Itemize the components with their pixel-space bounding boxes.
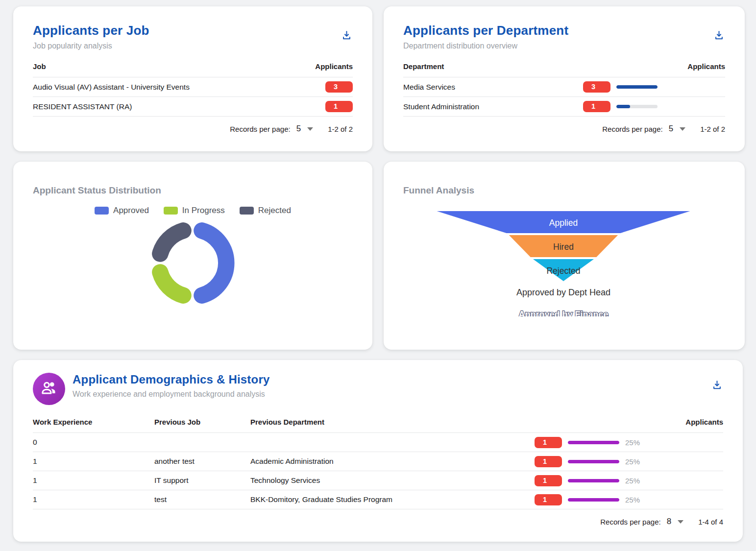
download-button[interactable]	[710, 380, 723, 392]
applicant-count-badge: 1	[535, 475, 562, 486]
departments-table-header: Department Applicants	[403, 62, 725, 77]
table-row: 1 another test Academic Administration 1…	[33, 452, 723, 471]
legend-swatch	[164, 207, 178, 215]
applicant-count-badge: 3	[583, 81, 610, 93]
previous-job-value: another test	[154, 457, 250, 466]
chart-title: Applicant Status Distribution	[33, 185, 161, 196]
applicant-count-badge: 1	[535, 456, 562, 467]
funnel-chart[interactable]: AppliedHiredRejectedApproved by Dept Hea…	[426, 211, 701, 316]
funnel-label-approved-by-finance: Approved by Finance	[518, 310, 608, 316]
funnel-label: Hired	[553, 242, 574, 252]
applicant-count-badge: 1	[535, 437, 562, 448]
applicants-bar	[568, 498, 619, 502]
legend-item-approved[interactable]: Approved	[95, 206, 149, 216]
applicant-count-badge: 1	[325, 101, 353, 112]
card-applicants-per-department: Applicants per Department Department dis…	[384, 6, 745, 151]
column-header-previous-department: Previous Department	[250, 418, 535, 426]
records-per-page-select[interactable]: 8	[661, 517, 683, 527]
department-name: Media Services	[403, 83, 583, 92]
applicant-count-badge: 1	[535, 494, 562, 505]
percentage-label: 25%	[625, 477, 649, 485]
percentage-label: 25%	[625, 496, 649, 504]
department-name: Student Administration	[403, 102, 583, 111]
download-icon	[341, 35, 352, 43]
applicants-bar	[568, 460, 619, 463]
previous-job-value: test	[154, 495, 250, 504]
card-subtitle: Job popularity analysis	[33, 42, 340, 50]
funnel-label: Rejected	[546, 266, 580, 276]
people-icon	[40, 379, 58, 399]
status-donut-chart[interactable]	[147, 217, 238, 309]
donut-segment-rejected[interactable]	[160, 231, 183, 254]
previous-department-value: Academic Administration	[250, 457, 535, 466]
jobs-table-header: Job Applicants	[33, 62, 353, 77]
table-row: 1 IT support Technology Services 1 25%	[33, 471, 723, 490]
donut-legend: ApprovedIn ProgressRejected	[13, 206, 372, 216]
job-name: RESIDENT ASSISTANT (RA)	[33, 102, 325, 111]
legend-label: Rejected	[258, 206, 291, 216]
card-subtitle: Department distribution overview	[403, 42, 712, 50]
records-per-page-select[interactable]: 5	[663, 124, 685, 134]
previous-department-value: BKK-Domitory, Graduate Studies Program	[250, 495, 535, 504]
pagination-range: 1-2 of 2	[700, 125, 725, 133]
chevron-down-icon	[678, 520, 683, 524]
applicants-bar	[616, 105, 658, 108]
column-header-department: Department	[403, 62, 571, 77]
column-header-job: Job	[33, 62, 116, 77]
work-experience-value: 1	[33, 495, 154, 504]
records-per-page-label: Records per page:	[602, 125, 662, 133]
dashboard: Applicants per Job Job popularity analys…	[0, 0, 756, 551]
page-title: Applicants per Job	[33, 23, 340, 38]
card-status-distribution: Applicant Status Distribution ApprovedIn…	[13, 162, 372, 350]
avatar	[33, 373, 65, 405]
table-row: Student Administration 1	[403, 96, 725, 116]
column-header-applicants: Applicants	[571, 62, 725, 77]
records-per-page-label: Records per page:	[600, 518, 660, 526]
download-button[interactable]	[712, 30, 725, 43]
page-title: Applicants per Department	[403, 23, 712, 38]
legend-item-in-progress[interactable]: In Progress	[164, 206, 225, 216]
records-per-page-label: Records per page:	[230, 125, 290, 133]
applicants-bar	[616, 85, 658, 89]
work-experience-value: 1	[33, 457, 154, 466]
funnel-label-approved-by-dept-head: Approved by Dept Head	[516, 287, 610, 297]
applicants-bar	[568, 441, 619, 444]
percentage-label: 25%	[625, 457, 649, 466]
previous-department-value: Technology Services	[250, 476, 535, 485]
funnel-label: Applied	[549, 218, 578, 228]
donut-segment-approved[interactable]	[202, 231, 226, 295]
legend-label: In Progress	[182, 206, 225, 216]
table-row: Audio Visual (AV) Assistant - University…	[33, 77, 353, 96]
card-funnel-analysis: Funnel Analysis AppliedHiredRejectedAppr…	[384, 162, 745, 350]
page-title: Applicant Demographics & History	[73, 373, 710, 386]
donut-segment-in-progress[interactable]	[160, 272, 183, 295]
work-experience-value: 0	[33, 438, 154, 447]
pagination-range: 1-2 of 2	[328, 125, 353, 133]
records-per-page-select[interactable]: 5	[291, 124, 313, 134]
legend-swatch	[95, 207, 109, 215]
legend-swatch	[240, 207, 254, 215]
table-row: Media Services 3	[403, 77, 725, 96]
card-applicants-per-job: Applicants per Job Job popularity analys…	[13, 6, 372, 151]
chart-title: Funnel Analysis	[403, 185, 474, 196]
chevron-down-icon	[307, 127, 313, 131]
download-button[interactable]	[340, 30, 353, 43]
download-icon	[711, 385, 723, 392]
job-name: Audio Visual (AV) Assistant - University…	[33, 83, 325, 92]
percentage-label: 25%	[625, 438, 649, 447]
column-header-applicants: Applicants	[535, 418, 723, 426]
legend-item-rejected[interactable]: Rejected	[240, 206, 291, 216]
applicant-count-badge: 3	[325, 81, 353, 93]
table-row: 0 1 25%	[33, 432, 723, 452]
download-icon	[713, 35, 725, 43]
chevron-down-icon	[680, 127, 685, 131]
work-experience-value: 1	[33, 476, 154, 485]
column-header-work-experience: Work Experience	[33, 418, 154, 426]
card-subtitle: Work experience and employment backgroun…	[73, 390, 710, 399]
table-row: RESIDENT ASSISTANT (RA) 1	[33, 96, 353, 116]
pagination-range: 1-4 of 4	[698, 518, 723, 526]
legend-label: Approved	[113, 206, 149, 216]
column-header-applicants: Applicants	[116, 62, 353, 77]
applicant-count-badge: 1	[583, 101, 610, 112]
column-header-previous-job: Previous Job	[154, 418, 250, 426]
